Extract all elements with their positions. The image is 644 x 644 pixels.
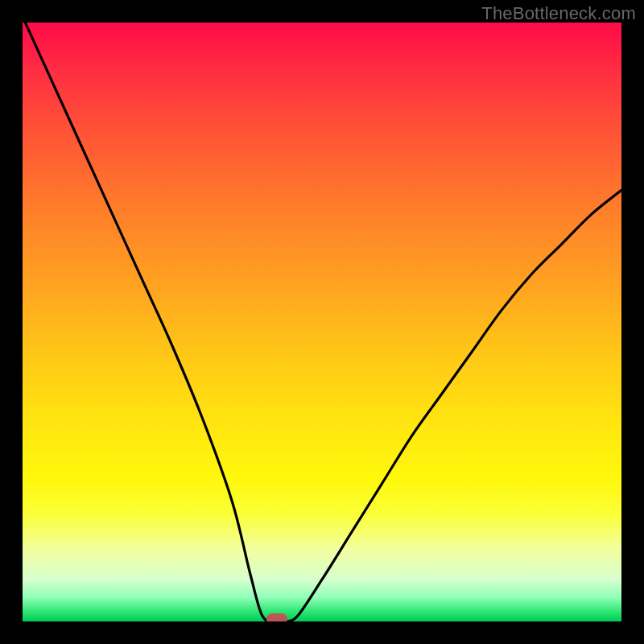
plot-area — [23, 23, 621, 621]
curve-layer — [23, 23, 621, 621]
optimal-marker-icon — [266, 613, 287, 621]
chart-frame: TheBottleneck.com — [0, 0, 644, 644]
bottleneck-curve — [23, 23, 621, 621]
watermark-text: TheBottleneck.com — [481, 3, 636, 24]
